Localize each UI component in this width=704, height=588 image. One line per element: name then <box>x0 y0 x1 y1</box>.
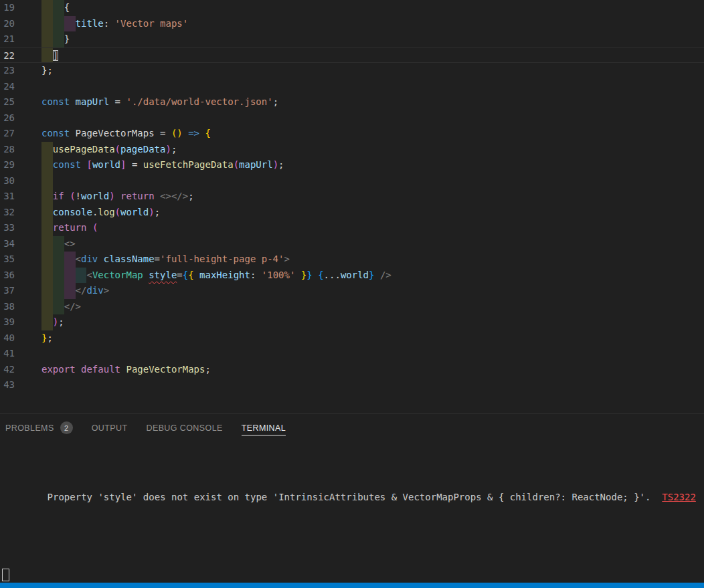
terminal-output[interactable]: Property 'style' does not exist on type … <box>0 442 704 588</box>
tab-debug-console[interactable]: DEBUG CONSOLE <box>146 414 222 442</box>
line-content: } <box>41 31 704 47</box>
terminal-error-line: Property 'style' does not exist on type … <box>13 477 704 517</box>
line-number[interactable]: 28 <box>0 142 15 158</box>
line-number[interactable]: 42 <box>0 362 15 378</box>
line-number[interactable]: 32 <box>0 205 15 221</box>
line-number[interactable]: 21 <box>0 31 15 47</box>
line-number[interactable]: 33 <box>0 220 15 236</box>
editor-cursor: ] <box>53 50 58 61</box>
tab-output[interactable]: OUTPUT <box>92 414 128 442</box>
line-number[interactable]: 43 <box>0 377 15 393</box>
code-text: console.log(world); <box>41 207 160 217</box>
code-line[interactable]: 25const mapUrl = './data/world-vector.js… <box>0 94 704 110</box>
tab-label: OUTPUT <box>92 423 128 433</box>
code-line[interactable]: 32 console.log(world); <box>0 205 704 221</box>
error-squiggle-token: style <box>149 270 177 280</box>
panel-tab-bar: PROBLEMS2OUTPUTDEBUG CONSOLETERMINAL <box>0 414 704 442</box>
code-line[interactable]: 40}; <box>0 330 704 347</box>
line-number[interactable]: 40 <box>0 330 15 347</box>
error-message: Property 'style' does not exist on type … <box>48 492 651 502</box>
terminal-cursor <box>2 569 9 581</box>
terminal-blank-line <box>13 544 704 557</box>
line-number[interactable]: 23 <box>0 63 15 79</box>
code-line[interactable]: 41 <box>0 346 704 362</box>
line-content: { <box>41 0 704 16</box>
code-text: ); <box>41 316 64 327</box>
code-line[interactable]: 35 <div className='full-height-page p-4'… <box>0 252 704 268</box>
line-content: const mapUrl = './data/world-vector.json… <box>41 94 704 110</box>
line-content: <VectorMap style={{ maxHeight: '100%' }}… <box>41 268 704 284</box>
line-number[interactable]: 31 <box>0 189 15 205</box>
code-text: { <box>41 2 70 13</box>
line-content: }; <box>41 63 704 79</box>
code-line[interactable]: 29 const [world] = useFetchPageData(mapU… <box>0 157 704 173</box>
code-line[interactable]: 27const PageVectorMaps = () => { <box>0 126 704 142</box>
code-line[interactable]: 22 ] <box>0 47 704 64</box>
tab-label: TERMINAL <box>242 423 286 435</box>
line-content: }; <box>41 330 704 347</box>
code-text: if (!world) return <></>; <box>41 191 194 201</box>
line-number[interactable]: 20 <box>0 16 15 32</box>
line-content <box>41 110 704 126</box>
code-line[interactable]: 21 } <box>0 31 704 47</box>
line-content: ); <box>41 314 704 330</box>
code-editor[interactable]: 19 {20 title: 'Vector maps'21 }22 ]23};2… <box>0 0 704 413</box>
code-line[interactable]: 43 <box>0 377 704 393</box>
code-text: <VectorMap style={{ maxHeight: '100%' }}… <box>41 270 391 280</box>
vscode-window: { "colors": { "syntax": { "kw":"#569cd6"… <box>0 0 704 588</box>
line-content: title: 'Vector maps' <box>41 16 704 32</box>
line-number[interactable]: 38 <box>0 299 15 315</box>
code-line[interactable]: 38 </> <box>0 299 704 315</box>
line-number[interactable]: 29 <box>0 157 15 173</box>
line-number[interactable]: 27 <box>0 126 15 142</box>
line-number[interactable]: 36 <box>0 268 15 284</box>
line-number[interactable]: 39 <box>0 314 15 330</box>
code-line[interactable]: 37 </div> <box>0 283 704 299</box>
code-line[interactable]: 39 ); <box>0 314 704 330</box>
code-line[interactable]: 42export default PageVectorMaps; <box>0 362 704 378</box>
code-line[interactable]: 23}; <box>0 63 704 79</box>
tab-label: PROBLEMS <box>5 423 54 433</box>
line-content <box>41 346 704 362</box>
line-content: </div> <box>41 283 704 299</box>
line-number[interactable]: 19 <box>0 0 15 16</box>
code-text: usePageData(pageData); <box>41 144 177 155</box>
line-content: const PageVectorMaps = () => { <box>41 126 704 142</box>
code-text: <div className='full-height-page p-4'> <box>41 254 290 264</box>
code-text: </div> <box>41 285 109 296</box>
line-number[interactable]: 24 <box>0 79 15 95</box>
code-line[interactable]: 28 usePageData(pageData); <box>0 142 704 158</box>
code-line[interactable]: 34 <> <box>0 236 704 252</box>
code-line[interactable]: 26 <box>0 110 704 126</box>
line-content <box>41 377 704 393</box>
bottom-panel: PROBLEMS2OUTPUTDEBUG CONSOLETERMINAL Pro… <box>0 413 704 583</box>
line-number[interactable]: 30 <box>0 173 15 189</box>
code-text: const PageVectorMaps = () => { <box>41 128 211 138</box>
line-number[interactable]: 41 <box>0 346 15 362</box>
tab-problems[interactable]: PROBLEMS2 <box>5 414 73 442</box>
code-text: } <box>41 33 70 44</box>
code-line[interactable]: 24 <box>0 79 704 95</box>
line-content: const [world] = useFetchPageData(mapUrl)… <box>41 157 704 173</box>
code-text: return ( <box>41 222 98 233</box>
tab-terminal[interactable]: TERMINAL <box>242 414 286 442</box>
line-number[interactable]: 34 <box>0 236 15 252</box>
line-number[interactable]: 37 <box>0 283 15 299</box>
code-line[interactable]: 33 return ( <box>0 220 704 236</box>
code-line[interactable]: 19 { <box>0 0 704 16</box>
code-text: title: 'Vector maps' <box>41 18 188 29</box>
code-line[interactable]: 36 <VectorMap style={{ maxHeight: '100%'… <box>0 268 704 284</box>
line-number[interactable]: 25 <box>0 94 15 110</box>
code-line[interactable]: 20 title: 'Vector maps' <box>0 16 704 32</box>
indent-guide-block <box>41 173 53 189</box>
line-number[interactable]: 26 <box>0 110 15 126</box>
code-text: }; <box>41 332 53 343</box>
line-number[interactable]: 35 <box>0 252 15 268</box>
line-number[interactable]: 22 <box>0 48 15 64</box>
code-line[interactable]: 31 if (!world) return <></>; <box>0 189 704 205</box>
code-line[interactable]: 30 <box>0 173 704 189</box>
line-content: return ( <box>41 220 704 236</box>
line-content: console.log(world); <box>41 205 704 221</box>
error-code-link[interactable]: TS2322 <box>662 492 696 502</box>
line-content: <> <box>41 236 704 252</box>
